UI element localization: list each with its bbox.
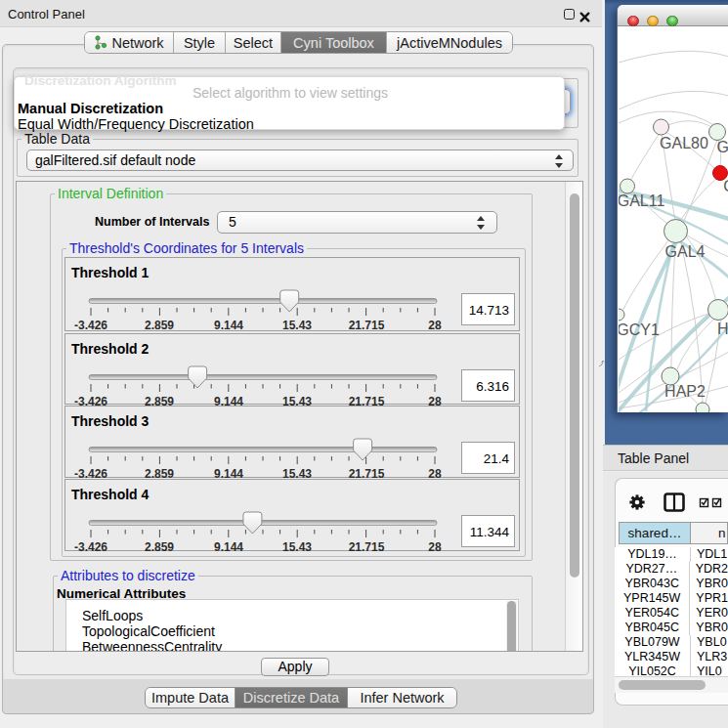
svg-text:GCY1: GCY1 xyxy=(619,321,660,338)
svg-text:GAL80: GAL80 xyxy=(660,135,708,151)
svg-text:HAP2: HAP2 xyxy=(664,383,706,400)
svg-text:HI: HI xyxy=(717,321,728,337)
svg-text:GA: GA xyxy=(716,139,728,155)
svg-text:GAL11: GAL11 xyxy=(619,193,664,209)
svg-text:GAL4: GAL4 xyxy=(665,243,706,260)
svg-text:C: C xyxy=(723,178,728,194)
